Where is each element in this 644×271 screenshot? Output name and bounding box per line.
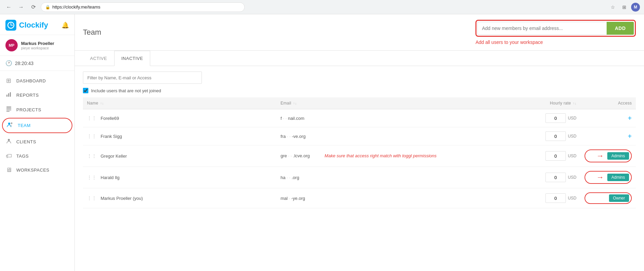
rate-input[interactable] bbox=[545, 193, 566, 203]
currency-label: USD bbox=[568, 175, 576, 180]
table-header-row: Name ↑↓ Email ↑↓ Hourly rate ↑↓ Access bbox=[83, 97, 636, 109]
access-add-icon[interactable]: + bbox=[628, 132, 632, 140]
page-header: Team ADD Add all users to your workspace bbox=[75, 14, 644, 51]
email-suffix: -ve.org bbox=[292, 134, 306, 139]
name-cell: ⋮⋮ Markus Proeller (you) bbox=[83, 188, 276, 208]
access-badge[interactable]: Admins bbox=[607, 174, 629, 181]
svg-rect-7 bbox=[6, 108, 11, 109]
nav-section: ⊞ DASHBOARD REPORTS PROJECTS bbox=[0, 71, 74, 271]
drag-handle-icon[interactable]: ⋮⋮ bbox=[87, 195, 97, 201]
avatar: MP bbox=[5, 39, 18, 51]
add-button[interactable]: ADD bbox=[607, 22, 634, 35]
drag-handle-icon[interactable]: ⋮⋮ bbox=[87, 175, 97, 180]
rate-input[interactable] bbox=[545, 151, 566, 161]
tags-icon: 🏷 bbox=[5, 153, 12, 160]
include-label: Include users that are not yet joined bbox=[91, 88, 161, 93]
drag-handle-icon[interactable]: ⋮⋮ bbox=[87, 115, 97, 121]
browser-actions: ☆ ⊞ M bbox=[608, 2, 640, 12]
sidebar-item-clients[interactable]: CLIENTS bbox=[0, 134, 74, 149]
rate-cell: USD bbox=[498, 188, 580, 208]
email-blurred: · · bbox=[283, 116, 287, 121]
email-blurred: · bbox=[289, 196, 290, 201]
email-blurred: · · bbox=[287, 175, 291, 180]
drag-handle-icon[interactable]: ⋮⋮ bbox=[87, 153, 97, 159]
forward-button[interactable]: → bbox=[16, 2, 26, 12]
logo-text: Clockify bbox=[19, 21, 48, 30]
access-badge[interactable]: Owner bbox=[609, 194, 629, 202]
name-cell: ⋮⋮ Frank Sigg bbox=[83, 127, 276, 145]
currency-label: USD bbox=[568, 134, 576, 139]
email-suffix: -ye.org bbox=[291, 196, 305, 201]
email-cell: gre · · .lcve.org Make sure that access … bbox=[276, 145, 498, 167]
filter-input[interactable] bbox=[83, 71, 202, 84]
email-cell: mal · -ye.org bbox=[276, 188, 498, 208]
address-bar[interactable]: 🔒 https://clockify.me/teams bbox=[41, 2, 245, 12]
add-member-area: ADD Add all users to your workspace bbox=[475, 20, 636, 45]
rate-input[interactable] bbox=[545, 173, 566, 182]
timer-section: 🕐 28:20:43 bbox=[0, 56, 74, 71]
address-text: https://clockify.me/teams bbox=[52, 4, 100, 10]
data-table: Name ↑↓ Email ↑↓ Hourly rate ↑↓ Access bbox=[83, 97, 636, 208]
svg-rect-4 bbox=[8, 93, 9, 97]
sidebar-item-reports[interactable]: REPORTS bbox=[0, 88, 74, 102]
access-add-icon[interactable]: + bbox=[628, 114, 632, 122]
name-cell: ⋮⋮ Forelle69 bbox=[83, 109, 276, 127]
profile-avatar[interactable]: M bbox=[631, 3, 640, 12]
tab-inactive[interactable]: INACTIVE bbox=[114, 51, 150, 66]
table-area: Include users that are not yet joined Na… bbox=[75, 66, 644, 271]
email-cell: f · · nail.com bbox=[276, 109, 498, 127]
sort-arrows-rate: ↑↓ bbox=[573, 101, 577, 105]
col-header-email[interactable]: Email ↑↓ bbox=[276, 97, 498, 109]
sidebar-logo: Clockify 🔔 bbox=[0, 14, 74, 35]
page-title: Team bbox=[83, 28, 101, 37]
access-badge[interactable]: Admins bbox=[607, 152, 629, 160]
rate-input[interactable] bbox=[545, 131, 566, 141]
name-cell: ⋮⋮ Gregor Keller bbox=[83, 145, 276, 167]
filter-row bbox=[83, 66, 636, 86]
sidebar-item-label: WORKSPACES bbox=[16, 168, 49, 173]
svg-rect-3 bbox=[6, 95, 7, 97]
email-prefix: ha bbox=[280, 175, 285, 180]
sidebar-item-team[interactable]: TEAM bbox=[4, 119, 70, 132]
sidebar-item-dashboard[interactable]: ⊞ DASHBOARD bbox=[0, 74, 74, 88]
currency-label: USD bbox=[568, 116, 576, 121]
star-button[interactable]: ☆ bbox=[608, 2, 617, 12]
reload-button[interactable]: ⟳ bbox=[29, 2, 38, 12]
col-header-name[interactable]: Name ↑↓ bbox=[83, 97, 276, 109]
email-blurred: · · bbox=[288, 153, 292, 158]
back-button[interactable]: ← bbox=[4, 2, 14, 12]
sidebar-item-projects[interactable]: PROJECTS bbox=[0, 102, 74, 117]
access-annotation: Make sure that access right match with t… bbox=[325, 153, 436, 158]
svg-rect-5 bbox=[10, 92, 11, 97]
lock-icon: 🔒 bbox=[45, 5, 50, 10]
user-info: Markus Proeller pieye workspace bbox=[21, 41, 54, 50]
svg-rect-8 bbox=[6, 110, 11, 110]
svg-point-10 bbox=[8, 123, 10, 125]
arrow-icon: → bbox=[596, 152, 604, 160]
sidebar-item-label: DASHBOARD bbox=[16, 78, 46, 83]
bell-icon[interactable]: 🔔 bbox=[62, 21, 69, 29]
table-row: ⋮⋮ Markus Proeller (you) mal · -ye.org U… bbox=[83, 188, 636, 208]
sidebar-item-tags[interactable]: 🏷 TAGS bbox=[0, 149, 74, 163]
extensions-button[interactable]: ⊞ bbox=[620, 2, 629, 12]
drag-handle-icon[interactable]: ⋮⋮ bbox=[87, 133, 97, 139]
timer-display: 🕐 28:20:43 bbox=[5, 60, 69, 66]
member-name: Forelle69 bbox=[101, 116, 119, 121]
email-prefix: gre bbox=[280, 153, 287, 158]
add-member-input[interactable] bbox=[477, 22, 607, 35]
sidebar-item-workspaces[interactable]: 🖥 WORKSPACES bbox=[0, 163, 74, 177]
col-header-rate[interactable]: Hourly rate ↑↓ bbox=[498, 97, 580, 109]
table-row: ⋮⋮ Gregor Keller gre · · .lcve.org Make … bbox=[83, 145, 636, 167]
member-name: Harald Ilg bbox=[101, 175, 120, 180]
main-content: Team ADD Add all users to your workspace… bbox=[75, 14, 644, 271]
rate-input[interactable] bbox=[545, 113, 566, 123]
rate-cell: USD bbox=[498, 145, 580, 167]
reports-icon bbox=[5, 91, 12, 99]
projects-icon bbox=[5, 106, 12, 114]
browser-chrome: ← → ⟳ 🔒 https://clockify.me/teams ☆ ⊞ M bbox=[0, 0, 644, 14]
tab-active[interactable]: ACTIVE bbox=[83, 51, 114, 66]
email-cell: fra · · -ve.org bbox=[276, 127, 498, 145]
sidebar-item-label: TEAM bbox=[18, 123, 31, 128]
svg-rect-6 bbox=[6, 107, 11, 108]
include-checkbox[interactable] bbox=[83, 88, 88, 93]
